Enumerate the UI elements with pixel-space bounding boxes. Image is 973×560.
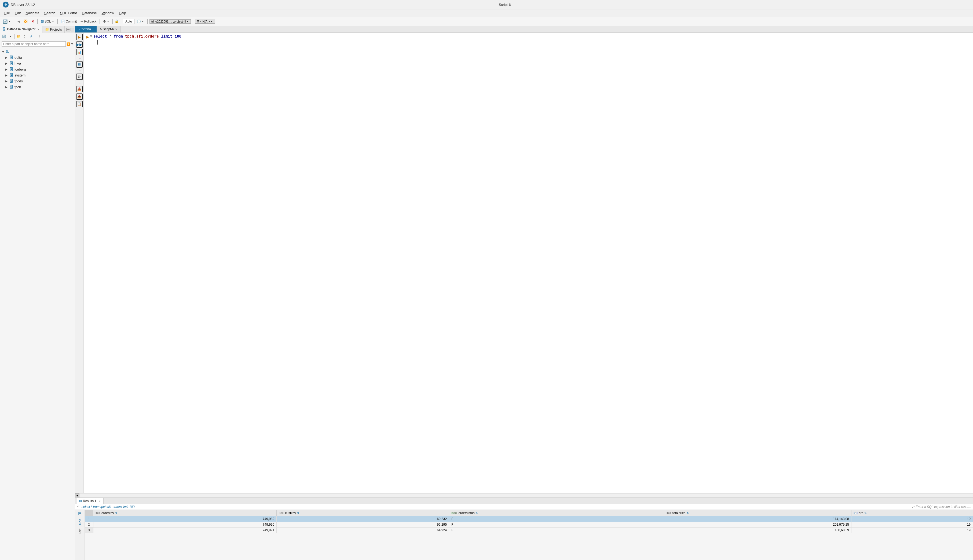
col-header-orderstatus[interactable]: ABC orderstatus ⇅ (449, 510, 664, 516)
nav-sync-button[interactable]: ⇄ (28, 34, 33, 39)
auto-dropdown-button[interactable]: 🕐 ▼ (135, 19, 145, 24)
connection-label: trino2022081 … .projecthil (152, 20, 186, 23)
explain-button[interactable]: 📊 (76, 49, 83, 55)
custkey-cell: 64,924 (277, 528, 449, 533)
forward-button[interactable]: 🔀 (22, 19, 29, 24)
search-input[interactable] (2, 41, 66, 47)
nav-add-folder-button[interactable]: 📂 (16, 34, 21, 39)
close-results-tab-icon[interactable]: ✕ (98, 500, 101, 503)
menu-window[interactable]: Window (100, 10, 116, 16)
custkey-cell: 96,295 (277, 522, 449, 528)
tab-results-1[interactable]: ⊞ Results 1 ✕ (76, 498, 103, 504)
terminal-button[interactable]: ⊡ (76, 61, 83, 68)
editor-tabs: ● *<trino > Script-6 ✕ (75, 26, 973, 33)
tree-item-tpcds[interactable]: ▶ 🗄 tpcds (0, 78, 75, 84)
tab-database-navigator[interactable]: 🗄 Database Navigator ✕ (0, 26, 42, 33)
menu-search[interactable]: Search (42, 10, 57, 16)
menu-navigate[interactable]: Navigate (23, 10, 41, 16)
filter-input-area[interactable]: ⤢ Enter a SQL expression to filter resul… (912, 505, 971, 509)
totalprice-cell: 160,686.9 (664, 528, 851, 533)
custkey-sort-icon[interactable]: ⇅ (297, 512, 299, 515)
settings-side-button[interactable]: ⚙ (76, 73, 83, 80)
metadata-button[interactable]: 📋 (76, 101, 83, 107)
iceberg-expand-icon: ▶ (5, 68, 8, 71)
auto-commit-badge[interactable]: Auto (123, 19, 135, 24)
menu-bar: File Edit Navigate Search SQL Editor Dat… (0, 9, 973, 17)
table-row[interactable]: 3 749,991 64,924 F 160,686.9 19 (85, 528, 973, 533)
db-nav-icon: 🗄 (3, 27, 6, 31)
export-button[interactable]: 📤 (76, 86, 83, 92)
menu-edit[interactable]: Edit (13, 10, 23, 16)
tree-item-system[interactable]: ▶ 🗄 system (0, 72, 75, 78)
col-header-custkey[interactable]: 123 custkey ⇅ (277, 510, 449, 516)
ord-cell: 19 (851, 522, 973, 528)
col-orderkey-label: orderkey (102, 511, 114, 515)
tree-root[interactable]: ▼ 🖧 (0, 49, 75, 55)
orderkey-sort-icon[interactable]: ⇅ (115, 512, 117, 515)
menu-file[interactable]: File (2, 10, 12, 16)
main-layout: 🗄 Database Navigator ✕ 📁 Projects — □ 🔄 … (0, 26, 973, 560)
filter-arrow-icon: ▼ (71, 43, 73, 45)
minimize-panel-button[interactable]: — (66, 28, 70, 32)
format-button[interactable]: ⚙ ▼ (102, 19, 110, 24)
back-button[interactable]: ◀ (16, 19, 21, 24)
nav-chevron-button[interactable]: ▼ (8, 34, 13, 39)
sidebar-dots-1: · · · (78, 57, 81, 60)
tab-projects[interactable]: 📁 Projects (42, 26, 65, 33)
tree-item-iceberg[interactable]: ▶ 🗄 iceberg (0, 66, 75, 72)
filter-bar: ⁴ᵀ select * from tpch.sf1.orders limit 1… (75, 504, 973, 510)
nav-settings-button[interactable]: ⋮ (37, 34, 42, 39)
totalprice-type-badge: 123 (666, 512, 671, 514)
stop-button[interactable]: ✖ (30, 19, 35, 24)
schema-badge[interactable]: ⊞ < N/A > ▼ (195, 19, 215, 23)
filter-placeholder: Enter a SQL expression to filter resul..… (916, 505, 971, 509)
run-button[interactable]: ▶ (76, 34, 83, 40)
tree-item-hive[interactable]: ▶ 🗄 hive (0, 60, 75, 66)
table-row[interactable]: 1 749,989 60,232 F 114,143.08 19 (85, 516, 973, 522)
scroll-left-button[interactable]: ◀ (75, 493, 80, 498)
menu-database[interactable]: Database (80, 10, 99, 16)
orderstatus-sort-icon[interactable]: ⇅ (475, 512, 478, 515)
col-header-ord[interactable]: 🕐 ord ⇅ (851, 510, 973, 516)
custkey-cell: 60,232 (277, 516, 449, 522)
refresh-icon: 🔄 (3, 19, 8, 23)
tree-item-tpch[interactable]: ▶ 🗄 tpch (0, 84, 75, 90)
system-expand-icon: ▶ (5, 74, 8, 77)
tab-trino[interactable]: ● *<trino (75, 26, 97, 32)
import-button[interactable]: 📥 (76, 93, 83, 100)
row-type-sidebar: ⊞ Grid Text (75, 510, 85, 560)
nav-chevron-icon: ▼ (9, 35, 12, 38)
close-db-nav-icon[interactable]: ✕ (37, 28, 40, 31)
nav-refresh-button[interactable]: 🔄 (1, 34, 7, 39)
horizontal-scroll[interactable]: ◀ (75, 493, 973, 497)
grid-view-button[interactable]: Grid (78, 517, 82, 527)
ord-sort-icon[interactable]: ⇅ (864, 512, 866, 515)
text-view-button[interactable]: Text (78, 527, 82, 536)
table-body: 1 749,989 60,232 F 114,143.08 19 2 749,9… (85, 516, 973, 533)
sql-button[interactable]: ⊡ SQL ▼ (40, 19, 55, 24)
data-table-wrapper[interactable]: 123 orderkey ⇅ 123 custkey (85, 510, 973, 560)
results-tab-icon: ⊞ (79, 499, 82, 503)
menu-sql-editor[interactable]: SQL Editor (58, 10, 79, 16)
table-row[interactable]: 2 749,990 96,295 F 201,979.25 19 (85, 522, 973, 528)
totalprice-sort-icon[interactable]: ⇅ (687, 512, 689, 515)
tab-script6[interactable]: > Script-6 ✕ (97, 26, 121, 32)
nav-collapse-button[interactable]: ⤵ (22, 34, 27, 39)
toolbar-sep-5 (112, 19, 113, 24)
orderstatus-cell: F (449, 528, 664, 533)
run-script-button[interactable]: ▶▶ (76, 41, 83, 48)
sql-icon: ⊡ (41, 19, 44, 23)
code-editor[interactable]: ▶ ⊟ select * from tpch.sf1.orders limit … (84, 33, 973, 493)
sidebar-dots-3: · · · (78, 81, 81, 85)
refresh-button[interactable]: 🔄 ▼ (2, 19, 12, 24)
maximize-panel-button[interactable]: □ (71, 28, 74, 32)
col-header-totalprice[interactable]: 123 totalprice ⇅ (664, 510, 851, 516)
close-script6-icon[interactable]: ✕ (115, 28, 117, 31)
filter-dropdown[interactable]: 🔽 ▼ (67, 42, 73, 46)
col-header-orderkey[interactable]: 123 orderkey ⇅ (93, 510, 277, 516)
commit-button[interactable]: 📄 Commit (60, 19, 78, 24)
rollback-button[interactable]: ↩ Rollback (79, 19, 98, 24)
menu-help[interactable]: Help (117, 10, 128, 16)
connection-badge[interactable]: trino2022081 … .projecthil ▼ (150, 19, 191, 23)
tree-item-delta[interactable]: ▶ 🗄 delta (0, 55, 75, 60)
